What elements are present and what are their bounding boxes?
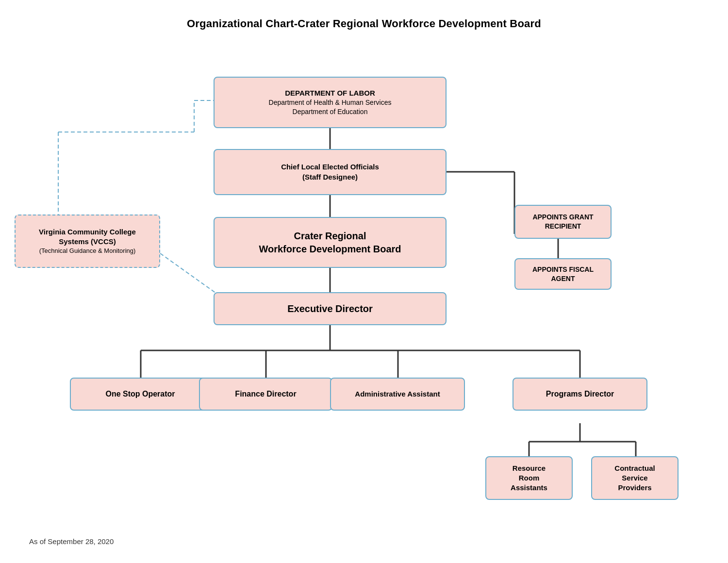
one-stop-line1: One Stop Operator [105,390,175,398]
appoints-fiscal-node: APPOINTS FISCAL AGENT [514,258,612,290]
resource-room-line1: Resource [513,464,546,472]
contractual-line1: Contractual [614,464,655,472]
programs-line1: Programs Director [546,390,614,398]
appoints-grant-line2: RECIPIENT [545,222,581,230]
resource-room-line2: Room [519,474,540,482]
org-chart: DEPARTMENT OF LABOR Department of Health… [0,45,728,559]
finance-line1: Finance Director [235,390,296,398]
footer-note: As of September 28, 2020 [29,537,114,546]
admin-asst-line1: Administrative Assistant [355,390,440,398]
crater-board-line1: Crater Regional [294,231,366,241]
vccs-line2: Systems (VCCS) [59,237,116,246]
resource-room-node: Resource Room Assistants [485,456,573,500]
finance-director-node: Finance Director [199,378,332,411]
exec-director-line1: Executive Director [287,303,373,314]
dept-labor-line2: Department of Health & Human Services [269,98,392,107]
appoints-fiscal-line2: AGENT [551,275,575,282]
chief-elected-line1: Chief Local Elected Officials [281,163,379,171]
dept-labor-line3: Department of Education [293,107,368,116]
contractual-line3: Providers [618,483,651,492]
appoints-fiscal-line1: APPOINTS FISCAL [532,265,594,273]
appoints-grant-node: APPOINTS GRANT RECIPIENT [514,205,612,239]
programs-director-node: Programs Director [513,378,647,411]
vccs-line1: Virginia Community College [39,228,136,236]
one-stop-node: One Stop Operator [70,378,211,411]
contractual-line2: Service [622,474,647,482]
vccs-line3: (Technical Guidance & Monitoring) [39,247,136,255]
chief-elected-node: Chief Local Elected Officials (Staff Des… [214,149,447,195]
page-title: Organizational Chart-Crater Regional Wor… [0,17,728,30]
resource-room-line3: Assistants [511,483,547,492]
crater-board-line2: Workforce Development Board [259,244,401,254]
contractual-node: Contractual Service Providers [591,456,678,500]
admin-asst-node: Administrative Assistant [330,378,465,411]
dept-labor-line1: DEPARTMENT OF LABOR [285,89,375,97]
crater-board-node: Crater Regional Workforce Development Bo… [214,217,447,268]
exec-director-node: Executive Director [214,292,447,325]
chief-elected-line2: (Staff Designee) [302,173,358,181]
dept-labor-node: DEPARTMENT OF LABOR Department of Health… [214,77,447,128]
appoints-grant-line1: APPOINTS GRANT [532,213,593,221]
vccs-node: Virginia Community College Systems (VCCS… [15,215,160,268]
